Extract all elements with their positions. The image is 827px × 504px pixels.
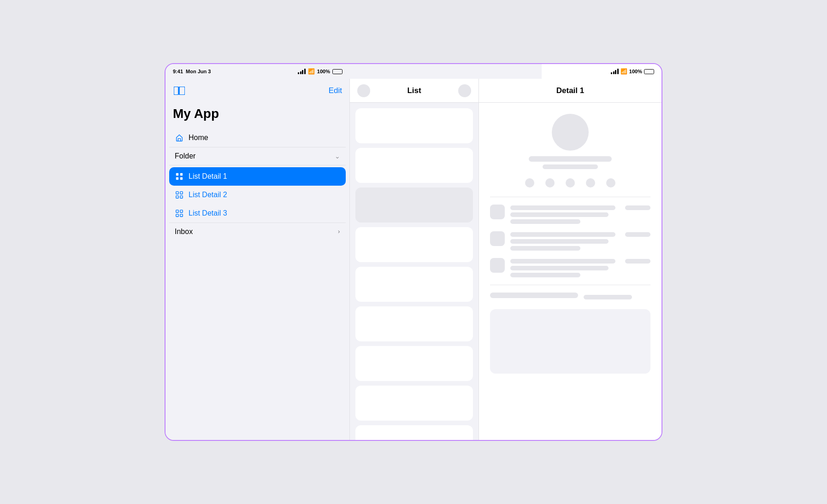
main-layout: Edit My App Home Folder ⌄ bbox=[165, 79, 662, 440]
svg-rect-13 bbox=[180, 214, 183, 217]
edit-button[interactable]: Edit bbox=[329, 86, 342, 95]
detail-bottom-placeholder-1 bbox=[490, 293, 578, 298]
sidebar-inbox-label: Inbox bbox=[175, 228, 193, 236]
chevron-right-icon: ⌄ bbox=[334, 229, 341, 234]
status-bar-left: 9:41 Mon Jun 3 📶 100% bbox=[165, 64, 350, 79]
detail-content bbox=[479, 103, 662, 440]
action-dot-2[interactable] bbox=[545, 178, 555, 188]
svg-rect-8 bbox=[180, 192, 183, 194]
sidebar-list-detail-1-label: List Detail 1 bbox=[189, 172, 340, 181]
list-detail-2-icon bbox=[175, 190, 184, 199]
detail-divider bbox=[490, 197, 650, 197]
detail-line-3a bbox=[510, 259, 615, 264]
sidebar: Edit My App Home Folder ⌄ bbox=[165, 79, 350, 440]
status-date: Mon Jun 3 bbox=[186, 69, 211, 74]
sidebar-item-list-detail-1[interactable]: List Detail 1 bbox=[169, 167, 346, 186]
list-detail-3-icon bbox=[175, 209, 184, 218]
detail-row-2 bbox=[490, 231, 650, 251]
list-item[interactable] bbox=[355, 188, 473, 223]
detail-row-1 bbox=[490, 205, 650, 224]
svg-rect-0 bbox=[174, 87, 178, 95]
detail-line-1b bbox=[625, 205, 650, 210]
sidebar-nav: Home Folder ⌄ bbox=[165, 129, 349, 440]
svg-rect-6 bbox=[176, 192, 178, 194]
detail-row-lines-3 bbox=[510, 258, 650, 277]
list-item[interactable] bbox=[355, 306, 473, 341]
detail-line-1d bbox=[510, 219, 580, 224]
detail-bottom-small-1 bbox=[584, 295, 632, 299]
list-panel-header: List bbox=[350, 79, 478, 103]
sidebar-item-home[interactable]: Home bbox=[169, 129, 346, 147]
svg-rect-9 bbox=[180, 196, 183, 198]
list-header-right-icon bbox=[458, 84, 471, 97]
detail-sub-placeholder bbox=[543, 164, 598, 169]
battery-pct-right: 100% bbox=[629, 69, 642, 74]
wifi-icon-right: 📶 bbox=[620, 68, 627, 75]
detail-line-2d bbox=[510, 246, 580, 251]
action-dot-3[interactable] bbox=[566, 178, 575, 188]
list-cards-container bbox=[350, 103, 478, 440]
detail-line-2b bbox=[625, 232, 650, 237]
list-item[interactable] bbox=[355, 386, 473, 421]
detail-row-lines-2 bbox=[510, 231, 650, 251]
sidebar-panel-icon[interactable] bbox=[173, 86, 186, 96]
sidebar-item-inbox[interactable]: Inbox ⌄ bbox=[169, 223, 346, 240]
detail-avatar-section bbox=[490, 114, 650, 169]
svg-rect-5 bbox=[180, 177, 183, 180]
app-title: My App bbox=[165, 103, 349, 129]
battery-icon-left bbox=[332, 69, 343, 74]
svg-rect-11 bbox=[176, 214, 178, 217]
list-panel: List bbox=[350, 79, 479, 440]
action-dot-1[interactable] bbox=[525, 178, 534, 188]
list-item[interactable] bbox=[355, 148, 473, 183]
action-dot-4[interactable] bbox=[586, 178, 595, 188]
detail-panel: Detail 1 bbox=[479, 79, 662, 440]
list-detail-1-icon bbox=[175, 172, 184, 181]
chevron-down-icon: ⌄ bbox=[335, 152, 340, 160]
svg-rect-1 bbox=[179, 87, 185, 95]
sidebar-home-label: Home bbox=[189, 134, 340, 142]
list-item[interactable] bbox=[355, 425, 473, 440]
home-icon bbox=[175, 133, 184, 142]
ipad-frame: 9:41 Mon Jun 3 📶 100% 📶 100% bbox=[165, 63, 662, 441]
detail-line-2a bbox=[510, 232, 615, 237]
detail-row-lines-1 bbox=[510, 205, 650, 224]
sidebar-list-detail-3-label: List Detail 3 bbox=[189, 209, 340, 217]
list-item[interactable] bbox=[355, 227, 473, 262]
signal-icon-right bbox=[611, 69, 619, 74]
detail-name-placeholder bbox=[529, 156, 612, 162]
avatar bbox=[552, 114, 589, 151]
list-item[interactable] bbox=[355, 267, 473, 302]
svg-rect-7 bbox=[176, 196, 178, 198]
detail-row-icon-1 bbox=[490, 205, 505, 219]
detail-panel-title: Detail 1 bbox=[556, 86, 584, 95]
battery-icon-right bbox=[644, 69, 654, 74]
list-item[interactable] bbox=[355, 346, 473, 381]
svg-rect-4 bbox=[180, 173, 183, 176]
sidebar-list-detail-2-label: List Detail 2 bbox=[189, 191, 340, 199]
action-dot-5[interactable] bbox=[606, 178, 615, 188]
sidebar-item-list-detail-2[interactable]: List Detail 2 bbox=[169, 186, 346, 204]
detail-row-icon-3 bbox=[490, 258, 505, 273]
detail-line-3d bbox=[510, 273, 580, 277]
detail-line-1a bbox=[510, 205, 615, 210]
sidebar-folder-label: Folder bbox=[175, 152, 195, 160]
list-header-left-icon bbox=[357, 84, 370, 97]
detail-action-row bbox=[490, 178, 650, 188]
detail-bottom-section bbox=[490, 309, 650, 374]
detail-line-1c bbox=[510, 212, 608, 217]
sidebar-item-list-detail-3[interactable]: List Detail 3 bbox=[169, 204, 346, 223]
detail-row-3 bbox=[490, 258, 650, 277]
svg-rect-3 bbox=[176, 177, 178, 180]
battery-pct-left: 100% bbox=[317, 69, 330, 74]
detail-line-3c bbox=[510, 266, 608, 270]
wifi-icon: 📶 bbox=[308, 68, 315, 75]
detail-line-2c bbox=[510, 239, 608, 244]
sidebar-folder-header[interactable]: Folder ⌄ bbox=[169, 147, 346, 165]
detail-divider-2 bbox=[490, 285, 650, 285]
list-item[interactable] bbox=[355, 108, 473, 143]
detail-panel-header: Detail 1 bbox=[479, 79, 662, 103]
sidebar-header: Edit bbox=[165, 79, 349, 103]
svg-rect-2 bbox=[176, 173, 178, 176]
list-panel-title: List bbox=[407, 86, 421, 95]
